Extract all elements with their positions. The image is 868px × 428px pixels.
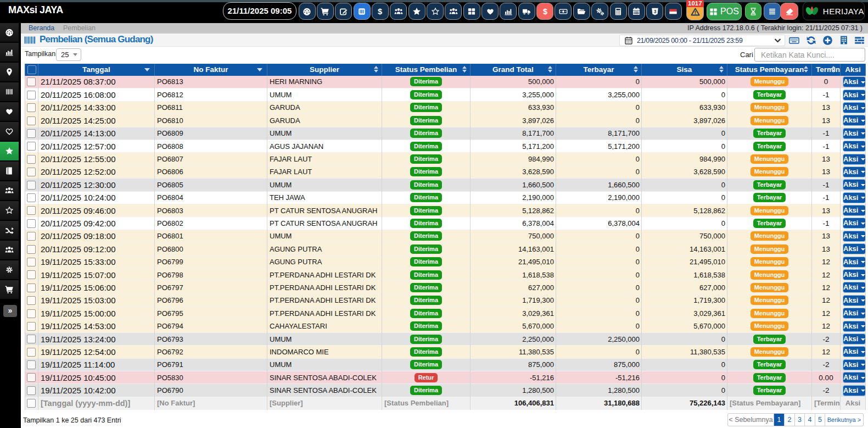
svg-text:$: $ xyxy=(542,7,547,16)
svg-text:$: $ xyxy=(378,7,382,16)
svg-text:3: 3 xyxy=(653,8,656,14)
